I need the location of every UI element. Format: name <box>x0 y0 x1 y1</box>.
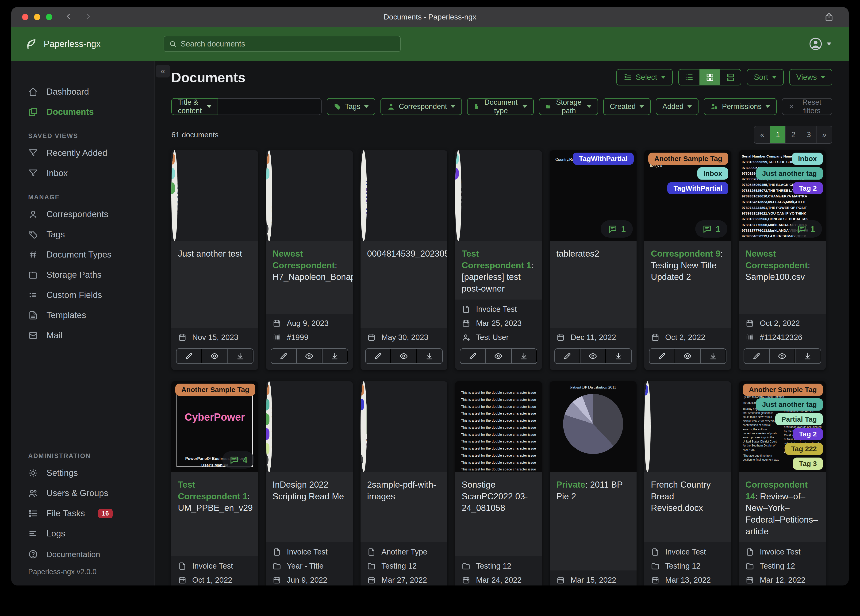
sidebar-item-correspondents[interactable]: Correspondents <box>11 204 154 225</box>
tags-filter-button[interactable]: Tags <box>327 98 375 115</box>
preview-button[interactable] <box>485 349 511 363</box>
download-button[interactable] <box>511 349 537 363</box>
title-content-input[interactable] <box>218 98 322 115</box>
tag-pill[interactable]: Just another tag <box>266 398 270 410</box>
tag-pill[interactable]: Tag 2 <box>793 428 823 440</box>
tag-pill[interactable]: Another Sample Tag <box>266 383 270 396</box>
correspondent-link[interactable]: Newest Correspondent <box>745 249 808 270</box>
tag-pill[interactable]: Tag 12 <box>266 413 270 425</box>
correspondent-link[interactable]: Test Correspondent 1 <box>462 249 531 270</box>
sidebar-item-settings[interactable]: Settings <box>11 463 154 483</box>
tag-pill[interactable]: Another Sample Tag <box>743 383 823 396</box>
correspondent-link[interactable]: Correspondent 9 <box>651 249 720 258</box>
download-button[interactable] <box>700 349 726 363</box>
user-menu[interactable] <box>809 37 831 51</box>
document-card[interactable]: Patient BP Distribution 2011Private: 201… <box>550 381 637 586</box>
sidebar-item-document-types[interactable]: Document Types <box>11 245 154 265</box>
added-filter-button[interactable]: Added <box>656 98 698 115</box>
tag-pill[interactable]: Tag 2 <box>793 182 823 194</box>
views-button[interactable]: Views <box>789 69 832 85</box>
document-thumbnail[interactable]: MEDICAL TEACHERMedical TeacherHas the ne… <box>455 150 461 241</box>
document-title[interactable]: Newest Correspondent: Sample100.csv <box>739 241 826 314</box>
tag-pill[interactable]: Inbox <box>697 167 728 179</box>
share-icon[interactable] <box>824 12 834 22</box>
pagination-prev[interactable]: « <box>754 126 770 143</box>
correspondent-filter-button[interactable]: Correspondent <box>380 98 462 115</box>
tag-pill[interactable]: TagWithPartial <box>361 398 364 410</box>
title-content-dropdown[interactable]: Title & content <box>171 98 218 115</box>
document-thumbnail[interactable]: Country,Region/State,"TagWithPartial1 <box>550 150 637 241</box>
tag-pill[interactable]: Just another tag <box>756 398 823 410</box>
pagination-page-3[interactable]: 3 <box>801 126 816 143</box>
tag-pill[interactable]: Tag 12 <box>171 182 175 194</box>
download-button[interactable] <box>322 349 348 363</box>
app-brand[interactable]: Paperless-ngx <box>25 38 101 50</box>
close-window-button[interactable] <box>22 14 28 20</box>
download-button[interactable] <box>606 349 631 363</box>
document-title[interactable]: Just another test <box>171 241 258 328</box>
edit-button[interactable] <box>744 349 769 363</box>
document-card[interactable]: French Country BreadFor the Leaven1 heap… <box>644 381 731 586</box>
document-thumbnail[interactable]: This is a test for the double space char… <box>455 381 542 472</box>
tag-pill[interactable]: Tag 3 <box>793 457 823 470</box>
document-card[interactable]: This document contains a summary of the … <box>266 381 353 586</box>
document-title[interactable]: Correspondent 9: Testing New Title Updat… <box>644 241 731 328</box>
sidebar-item-logs[interactable]: Logs <box>11 523 154 544</box>
preview-button[interactable] <box>769 349 795 363</box>
comment-count-badge[interactable]: 1 <box>695 220 727 237</box>
document-title[interactable]: Sonstige ScanPC2022 03-24_081058 <box>455 472 542 556</box>
comment-count-badge[interactable]: 4 <box>222 451 254 468</box>
sidebar-item-mail[interactable]: Mail <box>11 325 154 346</box>
document-title[interactable]: French Country Bread Revised.docx <box>644 472 731 542</box>
document-thumbnail[interactable]: French Country BreadFor the Leaven1 heap… <box>644 381 651 472</box>
document-card[interactable]: CyberPowerPowerPanel® Business EditionUs… <box>171 381 258 586</box>
sidebar-item-users-groups[interactable]: Users & Groups <box>11 483 154 503</box>
document-title[interactable]: Test Correspondent 1: UM_PPBE_en_v29 <box>171 472 258 556</box>
sidebar-item-file-tasks[interactable]: File Tasks16 <box>11 503 154 523</box>
document-title[interactable]: 0004814539_20230531 <box>361 241 447 328</box>
correspondent-link[interactable]: Correspondent 14 <box>745 480 808 501</box>
correspondent-link[interactable]: Newest Correspondent <box>273 249 335 270</box>
sidebar-item-custom-fields[interactable]: Custom Fields <box>11 285 154 305</box>
permissions-filter-button[interactable]: Permissions <box>704 98 777 115</box>
forward-icon[interactable] <box>84 13 92 21</box>
search-bar[interactable] <box>163 36 401 52</box>
select-button[interactable]: Select <box>616 69 673 85</box>
pagination-page-1[interactable]: 1 <box>770 126 785 143</box>
document-thumbnail[interactable]: Patient BP Distribution 2011 <box>550 381 637 472</box>
document-title[interactable]: Correspondent 14: Review–of–New–York–Fed… <box>739 472 826 542</box>
tag-pill[interactable]: Tag 222 <box>785 443 823 455</box>
document-title[interactable]: Private: 2011 BP Pie 2 <box>550 472 637 570</box>
correspondent-link[interactable]: Test Correspondent 1 <box>178 480 247 501</box>
document-title[interactable]: Newest Correspondent: H7_Napoleon_Bonapa… <box>266 241 353 314</box>
tag-pill[interactable]: Tag 3 <box>266 443 270 455</box>
sidebar-item-dashboard[interactable]: Dashboard <box>11 82 154 102</box>
preview-button[interactable] <box>202 349 227 363</box>
tag-pill[interactable]: Another Sample Tag <box>171 152 175 165</box>
tag-pill[interactable]: TagWithPartial <box>667 182 728 194</box>
list-view-toggle[interactable] <box>679 69 700 85</box>
tag-pill[interactable]: Another Sample Tag <box>266 152 270 165</box>
tag-pill[interactable]: Tag 2 <box>455 167 459 179</box>
document-thumbnail[interactable]: CyberPowerPowerPanel® Business EditionUs… <box>171 381 258 472</box>
document-card[interactable]: NAPOLEON BONAPARTEUrodzony w 1769 roku n… <box>266 150 353 370</box>
edit-button[interactable] <box>650 349 675 363</box>
edit-button[interactable] <box>460 349 485 363</box>
document-card[interactable]: Country,Region/State,"TagWithPartial1tab… <box>550 150 637 370</box>
download-button[interactable] <box>228 349 253 363</box>
pagination-next[interactable]: » <box>816 126 832 143</box>
sort-button[interactable]: Sort <box>747 69 784 85</box>
minimize-window-button[interactable] <box>34 14 40 20</box>
document-card[interactable]: Review of Arbitral Awards Shows Swift Re… <box>739 381 826 586</box>
tag-pill[interactable]: TagWithPartial <box>573 152 634 165</box>
back-icon[interactable] <box>64 13 72 21</box>
tag-pill[interactable]: Tag 2 <box>266 428 270 440</box>
document-title[interactable]: tablerates2 <box>550 241 637 328</box>
sidebar-item-recently-added[interactable]: Recently Added <box>11 143 154 163</box>
edit-button[interactable] <box>366 349 391 363</box>
comment-count-badge[interactable]: 1 <box>790 220 822 237</box>
tag-pill[interactable]: Inbox <box>792 152 823 165</box>
correspondent-link[interactable]: Private <box>556 480 585 489</box>
edit-button[interactable] <box>271 349 296 363</box>
document-card[interactable]: ✳ BANK OF SCOTLAND2,0 % p. a. auf Ihr Ta… <box>361 150 447 370</box>
